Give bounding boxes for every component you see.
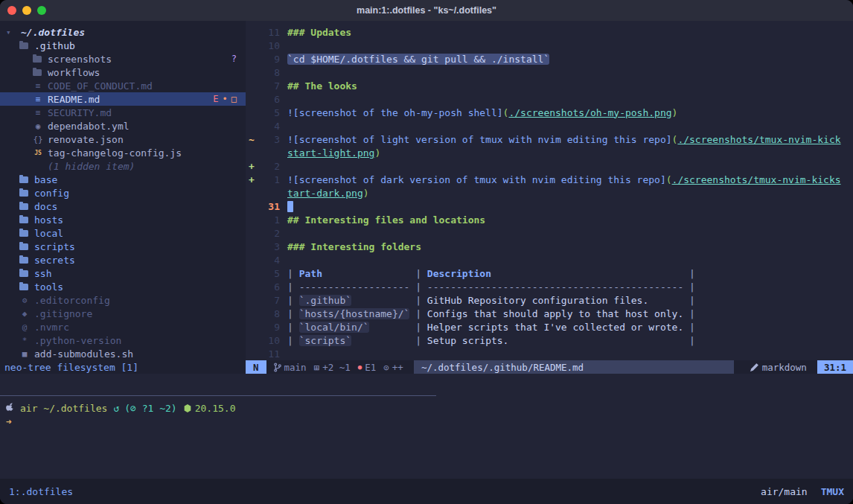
- line-number: 11: [256, 27, 280, 38]
- editor-line[interactable]: 7## The looks: [246, 79, 853, 92]
- editor-line[interactable]: 5![screenshot of the oh-my-posh shell](.…: [246, 106, 853, 119]
- editor-line[interactable]: +2: [246, 159, 853, 173]
- text-segment: ): [374, 147, 380, 159]
- tree-item-.gitignore[interactable]: ◆.gitignore: [0, 307, 246, 320]
- line-number: 3: [256, 134, 280, 145]
- tree-item-security.md[interactable]: ≡SECURITY.md: [0, 106, 246, 119]
- tree-item-1-hidden-item[interactable]: (1 hidden item): [0, 159, 246, 173]
- markdown-icon: ≡: [33, 81, 43, 91]
- tree-item-.python-version[interactable]: *.python-version: [0, 334, 246, 347]
- shell-icon: ■: [19, 349, 30, 359]
- prompt-cwd: [37, 403, 43, 414]
- folder-icon: [19, 190, 28, 197]
- editor-line[interactable]: 31: [246, 200, 853, 213]
- text-segment: Path: [299, 268, 322, 279]
- tree-item-ssh[interactable]: ssh: [0, 267, 246, 280]
- line-number: 1: [256, 174, 280, 185]
- tree-item-label: ~/.dotfiles: [21, 27, 85, 38]
- prompt-line: air ~/.dotfiles ↺ (⊘ ?1 ~2) 20.15.0: [6, 401, 853, 415]
- editor-line[interactable]: tart-dark.png): [246, 186, 853, 200]
- tree-item-tools[interactable]: tools: [0, 280, 246, 293]
- expander-icon[interactable]: ▾: [6, 28, 21, 37]
- editor-line[interactable]: 4: [246, 119, 853, 133]
- tree-item-base[interactable]: base: [0, 173, 246, 186]
- tree-item-scripts[interactable]: scripts: [0, 240, 246, 253]
- neotree-statusline: neo-tree filesystem [1]: [0, 360, 246, 374]
- line-number: 11: [256, 348, 280, 360]
- line-number: 6: [256, 281, 280, 293]
- tree-item-hosts[interactable]: hosts: [0, 213, 246, 226]
- tree-item-dependabot.yml[interactable]: ◉dependabot.yml: [0, 119, 246, 133]
- folder-icon: [19, 243, 28, 250]
- markdown-icon: ≡: [33, 95, 43, 104]
- editor-line[interactable]: 2: [246, 226, 853, 240]
- branch-icon: [274, 363, 281, 372]
- line-text: start-light.png): [280, 147, 380, 159]
- line-number: 9: [256, 322, 280, 333]
- editor-line[interactable]: 10: [246, 39, 853, 52]
- editor-line[interactable]: 5| Path | Description |: [246, 267, 853, 280]
- cursor-position-badge: 31:1: [817, 360, 853, 374]
- editor-line[interactable]: 6| ------------------- | ---------------…: [246, 280, 853, 293]
- editor-line[interactable]: 7| `.github` | GitHub Repository configu…: [246, 293, 853, 307]
- line-number: 1: [256, 214, 280, 226]
- gitsign-column: +: [246, 174, 256, 185]
- text-segment: ![screenshot of dark version of tmux wit…: [287, 174, 666, 185]
- git-icon: ◆: [19, 309, 30, 319]
- tree-item-renovate.json[interactable]: {}renovate.json: [0, 133, 246, 146]
- tree-item-.github[interactable]: .github: [0, 39, 246, 52]
- tree-item-workflows[interactable]: workflows: [0, 66, 246, 79]
- tree-item-local[interactable]: local: [0, 226, 246, 240]
- tree-item-add-submodules.sh[interactable]: ■add-submodules.sh: [0, 347, 246, 360]
- tree-item-secrets[interactable]: secrets: [0, 253, 246, 267]
- tree-item-label: workflows: [48, 67, 100, 78]
- editor-line[interactable]: 9| `local/bin/` | Helper scripts that I'…: [246, 320, 853, 334]
- tree-item-label: hosts: [34, 214, 63, 226]
- tree-item-label: secrets: [34, 255, 75, 266]
- line-number: 7: [256, 80, 280, 92]
- prompt-git-status: (⊘ ?1 ~2): [124, 403, 176, 414]
- text-segment: |: [287, 268, 299, 279]
- editor-line[interactable]: ~3![screenshot of light version of tmux …: [246, 133, 853, 146]
- tree-item-label: screenshots: [48, 54, 112, 65]
- editor-line[interactable]: +1![screenshot of dark version of tmux w…: [246, 173, 853, 186]
- tree-item-code_of_conduct.md[interactable]: ≡CODE_OF_CONDUCT.md: [0, 79, 246, 92]
- apple-icon: [6, 403, 15, 413]
- folder-icon: [19, 257, 28, 264]
- editor-line[interactable]: 10| `scripts` | Setup scripts. |: [246, 334, 853, 347]
- editor-line[interactable]: 11### Updates: [246, 25, 853, 39]
- editor-line[interactable]: 3### Interesting folders: [246, 240, 853, 253]
- line-text: | `local/bin/` | Helper scripts that I'v…: [280, 322, 695, 333]
- tree-item-tag-changelog-config.js[interactable]: JStag-changelog-config.js: [0, 146, 246, 159]
- extra-icon: ⊙: [383, 362, 389, 373]
- tree-item-readme.md[interactable]: ≡README.mdE•□: [0, 92, 246, 106]
- editor-line[interactable]: 4: [246, 253, 853, 267]
- editor-line[interactable]: 11: [246, 347, 853, 360]
- text-segment: ): [363, 188, 369, 199]
- text-segment: Description: [427, 268, 491, 279]
- tree-item-label: base: [34, 174, 57, 185]
- tree-item-.dotfiles[interactable]: ▾~/.dotfiles: [0, 25, 246, 39]
- tree-item-.nvmrc[interactable]: @.nvmrc: [0, 320, 246, 334]
- editor-line[interactable]: 6: [246, 92, 853, 106]
- editor-line[interactable]: 8: [246, 66, 853, 79]
- tmux-window-item[interactable]: 1:.dotfiles: [9, 486, 73, 497]
- text-segment: |: [369, 322, 427, 333]
- shell-pane[interactable]: air ~/.dotfiles ↺ (⊘ ?1 ~2) 20.15.0 ➜: [0, 396, 853, 479]
- git-diff-segment: ⊞ +2 ~1: [314, 362, 351, 373]
- prompt-host: air: [20, 403, 37, 414]
- editor-line[interactable]: 1## Interesting files and locations: [246, 213, 853, 226]
- editor-pane[interactable]: 11### Updates109`cd $HOME/.dotfiles && g…: [246, 21, 853, 360]
- tree-item-config[interactable]: config: [0, 186, 246, 200]
- node-icon: @: [19, 322, 30, 332]
- text-segment: |: [287, 335, 299, 346]
- editor-line[interactable]: start-light.png): [246, 146, 853, 159]
- tree-item-docs[interactable]: docs: [0, 200, 246, 213]
- node-version: 20.15.0: [195, 403, 236, 414]
- tree-item-screenshots[interactable]: screenshots?: [0, 52, 246, 66]
- editor-line[interactable]: 9`cd $HOME/.dotfiles && git pull && ./in…: [246, 52, 853, 66]
- statusline: N main ⊞ +2 ~1 ● E1 ⊙ ++ ~/.dotfiles/.g: [246, 360, 853, 374]
- editor-line[interactable]: 8| `hosts/{hostname}/` | Configs that sh…: [246, 307, 853, 320]
- tree-item-.editorconfig[interactable]: ⚙.editorconfig: [0, 293, 246, 307]
- text-segment: ./screenshots/tmux-nvim-kicks: [672, 174, 841, 185]
